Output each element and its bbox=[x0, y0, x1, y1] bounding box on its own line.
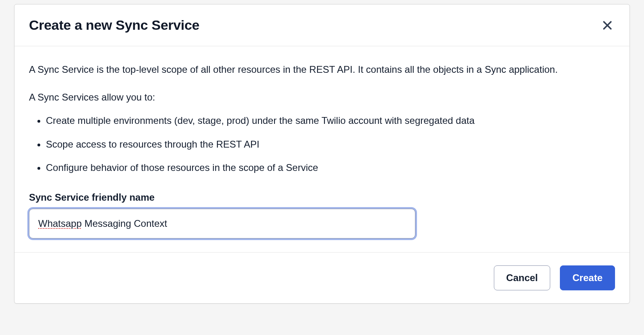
dialog-header: Create a new Sync Service bbox=[14, 4, 630, 46]
close-button[interactable] bbox=[600, 18, 615, 33]
friendly-name-input-wrap: Whatsapp Messaging Context bbox=[29, 209, 415, 238]
friendly-name-input[interactable] bbox=[29, 209, 415, 238]
friendly-name-label: Sync Service friendly name bbox=[29, 192, 615, 203]
intro-text: A Sync Service is the top-level scope of… bbox=[29, 61, 615, 78]
list-item: Configure behavior of those resources in… bbox=[46, 160, 615, 175]
subhead-text: A Sync Services allow you to: bbox=[29, 88, 615, 106]
dialog-body: A Sync Service is the top-level scope of… bbox=[14, 46, 630, 253]
create-button[interactable]: Create bbox=[560, 265, 615, 290]
dialog-title: Create a new Sync Service bbox=[29, 17, 199, 33]
feature-list: Create multiple environments (dev, stage… bbox=[29, 113, 615, 175]
close-icon bbox=[601, 19, 613, 31]
cancel-button[interactable]: Cancel bbox=[494, 265, 551, 290]
list-item: Scope access to resources through the RE… bbox=[46, 137, 615, 152]
dialog-footer: Cancel Create bbox=[14, 253, 630, 303]
create-sync-service-dialog: Create a new Sync Service A Sync Service… bbox=[14, 4, 630, 304]
list-item: Create multiple environments (dev, stage… bbox=[46, 113, 615, 128]
